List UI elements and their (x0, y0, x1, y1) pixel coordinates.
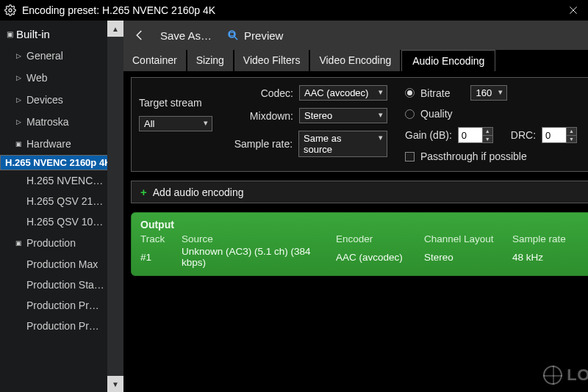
output-panel: Output Track Source Encoder Channel Layo… (131, 212, 588, 276)
svg-rect-2 (230, 32, 234, 36)
sidebar-scrollbar[interactable]: ▲ ▼ (107, 21, 123, 392)
chevron-right-icon: ▷ (15, 52, 22, 59)
passthrough-label: Passthrough if possible (420, 150, 527, 162)
chevron-right-icon: ▷ (15, 74, 22, 81)
tree-group-production[interactable]: ▣Production (0, 232, 107, 254)
tree-item-hw-1[interactable]: H.265 NVENC 1080p (0, 170, 107, 191)
tree-item-hw-0[interactable]: H.265 NVENC 2160p 4K (0, 155, 107, 170)
gear-icon (4, 4, 16, 16)
window-titlebar: Encoding preset: H.265 NVENC 2160p 4K (0, 0, 588, 21)
tree-root[interactable]: ▣ Built-in (0, 25, 107, 45)
col-channel: Channel Layout (424, 233, 512, 246)
mixdown-label: Mixdown: (230, 110, 293, 122)
sample-rate-label: Sample rate: (230, 138, 293, 150)
quality-label: Quality (420, 108, 453, 120)
scroll-down-icon[interactable]: ▼ (107, 376, 123, 392)
tree-item-prod-1[interactable]: Production Standard (0, 275, 107, 295)
tab-bar: Container Sizing Video Filters Video Enc… (123, 50, 588, 71)
gain-stepper[interactable]: ▲▼ (458, 127, 493, 143)
watermark: LO4D.com (543, 366, 588, 385)
svg-point-0 (9, 9, 12, 12)
codec-label: Codec: (230, 87, 293, 99)
spin-down-icon[interactable]: ▼ (482, 136, 492, 143)
drc-stepper[interactable]: ▲▼ (542, 127, 577, 143)
tree-item-prod-3[interactable]: Production Proxy 540p (0, 316, 107, 336)
tree-group-matroska[interactable]: ▷Matroska (0, 111, 107, 133)
tree-group-hardware[interactable]: ▣Hardware (0, 133, 107, 155)
preview-button[interactable]: Preview (226, 29, 283, 42)
gain-label: Gain (dB): (405, 129, 452, 141)
col-track: Track (140, 233, 182, 246)
table-header-row: Track Source Encoder Channel Layout Samp… (140, 233, 588, 246)
chevron-right-icon: ▷ (15, 96, 22, 104)
tree-group-general[interactable]: ▷General (0, 45, 107, 67)
preset-tree-sidebar: ▣ Built-in ▷General ▷Web ▷Devices ▷Matro… (0, 21, 123, 392)
window-close-button[interactable] (563, 1, 584, 19)
quality-radio[interactable] (405, 109, 415, 119)
passthrough-checkbox[interactable] (405, 152, 415, 161)
chevron-right-icon: ▷ (15, 118, 22, 126)
globe-icon (543, 366, 562, 385)
gain-input[interactable] (459, 128, 482, 142)
tree-group-devices[interactable]: ▷Devices (0, 89, 107, 111)
spin-down-icon[interactable]: ▼ (566, 136, 576, 143)
add-audio-encoding-button[interactable]: + Add audio encoding (131, 181, 588, 203)
drc-input[interactable] (542, 128, 566, 142)
target-stream-label: Target stream (139, 97, 212, 109)
drc-label: DRC: (511, 129, 536, 141)
tab-sizing[interactable]: Sizing (187, 50, 233, 71)
tree-item-prod-2[interactable]: Production Proxy 1080p (0, 295, 107, 316)
bitrate-select[interactable]: 160 (470, 85, 507, 101)
output-title: Output (140, 219, 588, 231)
chevron-down-icon: ▣ (15, 239, 22, 247)
spin-up-icon[interactable]: ▲ (566, 128, 576, 136)
tab-video-filters[interactable]: Video Filters (234, 50, 309, 71)
main-toolbar: Save As… Preview (123, 21, 588, 50)
tab-container[interactable]: Container (123, 50, 186, 71)
tab-video-encoding[interactable]: Video Encoding (310, 50, 400, 71)
window-title: Encoding preset: H.265 NVENC 2160p 4K (22, 4, 215, 16)
mixdown-select[interactable]: Stereo (299, 108, 387, 123)
bitrate-radio[interactable] (405, 88, 415, 98)
table-row[interactable]: #1 Unknown (AC3) (5.1 ch) (384 kbps) AAC… (140, 246, 588, 268)
col-samplerate: Sample rate (512, 233, 588, 246)
chevron-down-icon: ▣ (6, 30, 13, 38)
scroll-up-icon[interactable]: ▲ (107, 21, 123, 37)
tree-root-label: Built-in (16, 28, 50, 40)
tree-group-web[interactable]: ▷Web (0, 67, 107, 89)
tree-item-hw-2[interactable]: H.265 QSV 2160p 4K (0, 191, 107, 211)
chevron-down-icon: ▣ (15, 140, 22, 148)
back-button[interactable] (129, 25, 150, 46)
audio-encoding-panel: ✕ Target stream All Codec: AAC (avcodec) (131, 77, 588, 172)
plus-icon: + (140, 186, 147, 198)
save-as-button[interactable]: Save As… (160, 29, 212, 42)
bitrate-label: Bitrate (420, 87, 450, 99)
tree-item-hw-3[interactable]: H.265 QSV 1080p (0, 211, 107, 232)
sample-rate-select[interactable]: Same as source (298, 131, 387, 157)
tab-audio-encoding[interactable]: Audio Encoding (401, 50, 495, 71)
target-stream-select[interactable]: All (139, 116, 212, 131)
col-encoder: Encoder (336, 233, 424, 246)
spin-up-icon[interactable]: ▲ (482, 128, 492, 136)
tree-item-prod-0[interactable]: Production Max (0, 254, 107, 275)
magnifier-icon (226, 29, 240, 42)
codec-select[interactable]: AAC (avcodec) (299, 85, 387, 101)
output-table: Track Source Encoder Channel Layout Samp… (140, 233, 588, 268)
col-source: Source (182, 233, 336, 246)
